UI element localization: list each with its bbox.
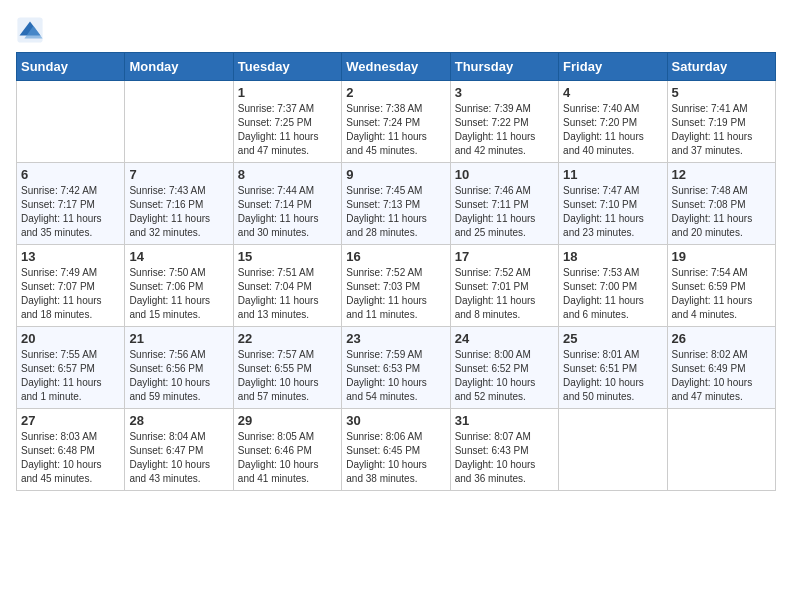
day-number: 19 — [672, 249, 771, 264]
calendar-cell: 9Sunrise: 7:45 AM Sunset: 7:13 PM Daylig… — [342, 163, 450, 245]
day-info: Sunrise: 8:06 AM Sunset: 6:45 PM Dayligh… — [346, 430, 445, 486]
calendar-cell: 26Sunrise: 8:02 AM Sunset: 6:49 PM Dayli… — [667, 327, 775, 409]
calendar-cell: 13Sunrise: 7:49 AM Sunset: 7:07 PM Dayli… — [17, 245, 125, 327]
day-info: Sunrise: 7:54 AM Sunset: 6:59 PM Dayligh… — [672, 266, 771, 322]
day-number: 10 — [455, 167, 554, 182]
day-info: Sunrise: 7:51 AM Sunset: 7:04 PM Dayligh… — [238, 266, 337, 322]
calendar-week-1: 1Sunrise: 7:37 AM Sunset: 7:25 PM Daylig… — [17, 81, 776, 163]
day-number: 4 — [563, 85, 662, 100]
day-info: Sunrise: 7:52 AM Sunset: 7:03 PM Dayligh… — [346, 266, 445, 322]
calendar-cell: 25Sunrise: 8:01 AM Sunset: 6:51 PM Dayli… — [559, 327, 667, 409]
calendar-cell: 21Sunrise: 7:56 AM Sunset: 6:56 PM Dayli… — [125, 327, 233, 409]
calendar-cell: 18Sunrise: 7:53 AM Sunset: 7:00 PM Dayli… — [559, 245, 667, 327]
day-info: Sunrise: 7:59 AM Sunset: 6:53 PM Dayligh… — [346, 348, 445, 404]
calendar-cell: 20Sunrise: 7:55 AM Sunset: 6:57 PM Dayli… — [17, 327, 125, 409]
calendar-cell: 30Sunrise: 8:06 AM Sunset: 6:45 PM Dayli… — [342, 409, 450, 491]
day-number: 3 — [455, 85, 554, 100]
calendar-cell — [559, 409, 667, 491]
day-number: 23 — [346, 331, 445, 346]
calendar-week-3: 13Sunrise: 7:49 AM Sunset: 7:07 PM Dayli… — [17, 245, 776, 327]
day-info: Sunrise: 7:56 AM Sunset: 6:56 PM Dayligh… — [129, 348, 228, 404]
calendar-cell: 3Sunrise: 7:39 AM Sunset: 7:22 PM Daylig… — [450, 81, 558, 163]
calendar-week-5: 27Sunrise: 8:03 AM Sunset: 6:48 PM Dayli… — [17, 409, 776, 491]
calendar-cell: 16Sunrise: 7:52 AM Sunset: 7:03 PM Dayli… — [342, 245, 450, 327]
day-number: 31 — [455, 413, 554, 428]
day-info: Sunrise: 7:46 AM Sunset: 7:11 PM Dayligh… — [455, 184, 554, 240]
calendar-cell — [667, 409, 775, 491]
day-info: Sunrise: 7:45 AM Sunset: 7:13 PM Dayligh… — [346, 184, 445, 240]
day-number: 30 — [346, 413, 445, 428]
day-number: 29 — [238, 413, 337, 428]
calendar-cell: 7Sunrise: 7:43 AM Sunset: 7:16 PM Daylig… — [125, 163, 233, 245]
calendar-cell: 27Sunrise: 8:03 AM Sunset: 6:48 PM Dayli… — [17, 409, 125, 491]
day-info: Sunrise: 8:02 AM Sunset: 6:49 PM Dayligh… — [672, 348, 771, 404]
column-header-sunday: Sunday — [17, 53, 125, 81]
day-number: 26 — [672, 331, 771, 346]
day-info: Sunrise: 7:53 AM Sunset: 7:00 PM Dayligh… — [563, 266, 662, 322]
day-number: 20 — [21, 331, 120, 346]
day-number: 13 — [21, 249, 120, 264]
calendar-cell: 17Sunrise: 7:52 AM Sunset: 7:01 PM Dayli… — [450, 245, 558, 327]
day-info: Sunrise: 7:48 AM Sunset: 7:08 PM Dayligh… — [672, 184, 771, 240]
day-number: 28 — [129, 413, 228, 428]
day-info: Sunrise: 7:50 AM Sunset: 7:06 PM Dayligh… — [129, 266, 228, 322]
day-number: 8 — [238, 167, 337, 182]
day-info: Sunrise: 8:07 AM Sunset: 6:43 PM Dayligh… — [455, 430, 554, 486]
calendar-cell: 14Sunrise: 7:50 AM Sunset: 7:06 PM Dayli… — [125, 245, 233, 327]
day-info: Sunrise: 8:05 AM Sunset: 6:46 PM Dayligh… — [238, 430, 337, 486]
calendar-table: SundayMondayTuesdayWednesdayThursdayFrid… — [16, 52, 776, 491]
calendar-cell: 8Sunrise: 7:44 AM Sunset: 7:14 PM Daylig… — [233, 163, 341, 245]
day-info: Sunrise: 7:55 AM Sunset: 6:57 PM Dayligh… — [21, 348, 120, 404]
day-info: Sunrise: 7:47 AM Sunset: 7:10 PM Dayligh… — [563, 184, 662, 240]
day-number: 17 — [455, 249, 554, 264]
day-number: 2 — [346, 85, 445, 100]
calendar-cell: 11Sunrise: 7:47 AM Sunset: 7:10 PM Dayli… — [559, 163, 667, 245]
day-info: Sunrise: 8:00 AM Sunset: 6:52 PM Dayligh… — [455, 348, 554, 404]
calendar-cell: 4Sunrise: 7:40 AM Sunset: 7:20 PM Daylig… — [559, 81, 667, 163]
day-info: Sunrise: 7:39 AM Sunset: 7:22 PM Dayligh… — [455, 102, 554, 158]
page-header — [16, 16, 776, 44]
calendar-cell — [17, 81, 125, 163]
day-number: 6 — [21, 167, 120, 182]
day-info: Sunrise: 7:43 AM Sunset: 7:16 PM Dayligh… — [129, 184, 228, 240]
calendar-cell: 19Sunrise: 7:54 AM Sunset: 6:59 PM Dayli… — [667, 245, 775, 327]
calendar-cell: 23Sunrise: 7:59 AM Sunset: 6:53 PM Dayli… — [342, 327, 450, 409]
day-info: Sunrise: 7:41 AM Sunset: 7:19 PM Dayligh… — [672, 102, 771, 158]
calendar-cell — [125, 81, 233, 163]
calendar-cell: 28Sunrise: 8:04 AM Sunset: 6:47 PM Dayli… — [125, 409, 233, 491]
day-info: Sunrise: 7:37 AM Sunset: 7:25 PM Dayligh… — [238, 102, 337, 158]
day-number: 18 — [563, 249, 662, 264]
calendar-cell: 12Sunrise: 7:48 AM Sunset: 7:08 PM Dayli… — [667, 163, 775, 245]
calendar-header-row: SundayMondayTuesdayWednesdayThursdayFrid… — [17, 53, 776, 81]
calendar-cell: 22Sunrise: 7:57 AM Sunset: 6:55 PM Dayli… — [233, 327, 341, 409]
day-number: 7 — [129, 167, 228, 182]
day-number: 22 — [238, 331, 337, 346]
day-number: 14 — [129, 249, 228, 264]
day-info: Sunrise: 8:03 AM Sunset: 6:48 PM Dayligh… — [21, 430, 120, 486]
day-number: 1 — [238, 85, 337, 100]
day-number: 16 — [346, 249, 445, 264]
calendar-week-2: 6Sunrise: 7:42 AM Sunset: 7:17 PM Daylig… — [17, 163, 776, 245]
logo — [16, 16, 48, 44]
day-number: 21 — [129, 331, 228, 346]
calendar-cell: 10Sunrise: 7:46 AM Sunset: 7:11 PM Dayli… — [450, 163, 558, 245]
calendar-cell: 15Sunrise: 7:51 AM Sunset: 7:04 PM Dayli… — [233, 245, 341, 327]
calendar-cell: 24Sunrise: 8:00 AM Sunset: 6:52 PM Dayli… — [450, 327, 558, 409]
column-header-saturday: Saturday — [667, 53, 775, 81]
column-header-friday: Friday — [559, 53, 667, 81]
day-info: Sunrise: 8:01 AM Sunset: 6:51 PM Dayligh… — [563, 348, 662, 404]
day-number: 24 — [455, 331, 554, 346]
column-header-wednesday: Wednesday — [342, 53, 450, 81]
column-header-thursday: Thursday — [450, 53, 558, 81]
day-info: Sunrise: 7:52 AM Sunset: 7:01 PM Dayligh… — [455, 266, 554, 322]
day-info: Sunrise: 7:49 AM Sunset: 7:07 PM Dayligh… — [21, 266, 120, 322]
calendar-cell: 6Sunrise: 7:42 AM Sunset: 7:17 PM Daylig… — [17, 163, 125, 245]
day-info: Sunrise: 8:04 AM Sunset: 6:47 PM Dayligh… — [129, 430, 228, 486]
logo-icon — [16, 16, 44, 44]
day-info: Sunrise: 7:42 AM Sunset: 7:17 PM Dayligh… — [21, 184, 120, 240]
calendar-cell: 1Sunrise: 7:37 AM Sunset: 7:25 PM Daylig… — [233, 81, 341, 163]
day-info: Sunrise: 7:38 AM Sunset: 7:24 PM Dayligh… — [346, 102, 445, 158]
day-number: 11 — [563, 167, 662, 182]
calendar-cell: 31Sunrise: 8:07 AM Sunset: 6:43 PM Dayli… — [450, 409, 558, 491]
day-number: 15 — [238, 249, 337, 264]
